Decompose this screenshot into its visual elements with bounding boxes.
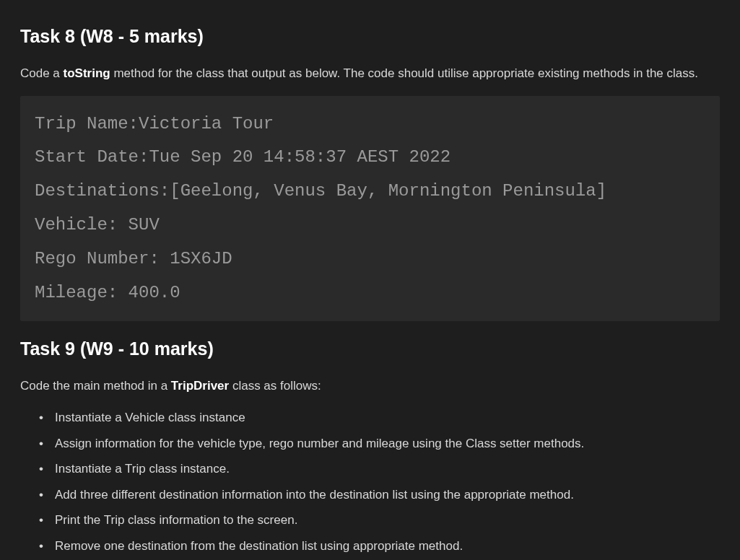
list-item: Instantiate a Vehicle class instance (55, 408, 720, 427)
task9-heading: Task 9 (W9 - 10 marks) (20, 336, 720, 363)
task9-intro: Code the main method in a TripDriver cla… (20, 376, 720, 395)
task8-intro: Code a toString method for the class tha… (20, 64, 720, 83)
task9-intro-prefix: Code the main method in a (20, 379, 171, 393)
list-item: Print the Trip class information to the … (55, 511, 720, 530)
task9-bullet-list: Instantiate a Vehicle class instance Ass… (20, 408, 720, 560)
task9-intro-suffix: class as follows: (229, 379, 321, 393)
task8-intro-prefix: Code a (20, 66, 64, 80)
list-item: Assign information for the vehicle type,… (55, 434, 720, 453)
task8-heading: Task 8 (W8 - 5 marks) (20, 23, 720, 51)
task8-intro-suffix: method for the class that output as belo… (110, 66, 698, 80)
task8-code-output: Trip Name:Victoria Tour Start Date:Tue S… (20, 96, 720, 322)
list-item: Remove one destination from the destinat… (55, 537, 720, 556)
task9-intro-bold: TripDriver (171, 379, 229, 393)
task8-intro-bold: toString (64, 66, 110, 80)
list-item: Instantiate a Trip class instance. (55, 460, 720, 478)
list-item: Add three different destination informat… (55, 486, 720, 504)
